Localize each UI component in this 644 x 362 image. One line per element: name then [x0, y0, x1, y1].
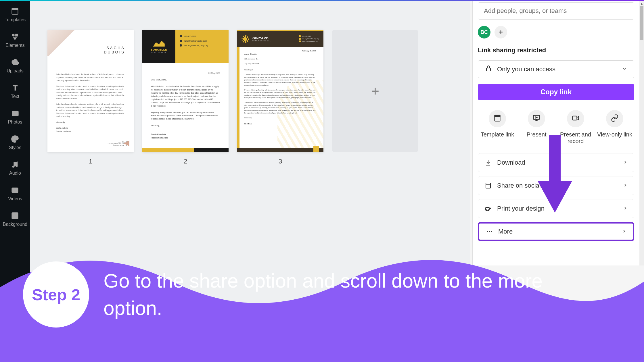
sidebar-label: Videos: [8, 196, 22, 201]
photos-icon: [11, 109, 20, 118]
sidebar-text[interactable]: Text: [11, 84, 20, 99]
access-dropdown[interactable]: Only you can access: [478, 60, 634, 78]
scrollbar-up-icon[interactable]: ▲: [639, 1, 644, 6]
svg-point-23: [487, 231, 488, 232]
chevron-right-icon: [622, 228, 626, 235]
svg-point-2: [12, 34, 15, 36]
sidebar-templates[interactable]: Templates: [5, 7, 26, 22]
share-panel: BC + Link sharing restricted Only you ca…: [472, 1, 639, 265]
sidebar-label: Text: [11, 94, 19, 99]
link-sharing-label: Link sharing restricted: [478, 47, 634, 54]
sidebar-label: Uploads: [7, 68, 24, 74]
row-label: More: [498, 228, 513, 235]
audio-icon: [11, 160, 19, 169]
sidebar-label: Templates: [5, 17, 26, 22]
sidebar-videos[interactable]: Videos: [8, 186, 22, 201]
avatar[interactable]: BC: [478, 26, 490, 38]
step-banner: Step 2 Go to the share option and scroll…: [0, 247, 644, 362]
sidebar-styles[interactable]: Styles: [9, 135, 22, 150]
elements-icon: [11, 32, 19, 41]
svg-rect-16: [495, 115, 500, 117]
sidebar-elements[interactable]: Elements: [5, 32, 25, 48]
templates-icon: [11, 7, 19, 16]
svg-point-7: [13, 138, 14, 139]
step-instruction: Go to the share option and scroll down t…: [103, 267, 592, 322]
videos-icon: [11, 186, 19, 195]
grid-label: Template link: [481, 131, 514, 138]
plus-icon: +: [371, 83, 379, 99]
row-label: Download: [497, 159, 525, 166]
page-number: 1: [89, 158, 92, 165]
more-row[interactable]: More: [478, 222, 634, 241]
tutorial-arrow-icon: [538, 135, 572, 217]
copy-link-button[interactable]: Copy link: [478, 84, 634, 100]
chevron-right-icon: [623, 159, 628, 166]
svg-point-6: [14, 113, 16, 115]
sidebar-label: Styles: [9, 145, 22, 150]
scrollbar-thumb[interactable]: [640, 6, 643, 40]
svg-rect-3: [16, 34, 18, 36]
share-people-input[interactable]: [478, 2, 634, 20]
sidebar-photos[interactable]: Photos: [8, 109, 22, 125]
sidebar-audio[interactable]: Audio: [9, 160, 21, 176]
template-link-icon: [493, 114, 501, 124]
svg-point-8: [15, 137, 16, 138]
text-icon: [11, 84, 20, 92]
present-icon: [532, 114, 540, 124]
svg-rect-14: [486, 68, 490, 71]
add-page-button[interactable]: +: [332, 30, 418, 152]
view-only-link-button[interactable]: View-only link: [595, 110, 634, 145]
access-text: Only you can access: [497, 66, 555, 73]
svg-rect-18: [573, 116, 577, 120]
svg-point-25: [491, 231, 492, 232]
page-number: 2: [184, 158, 187, 165]
styles-icon: [11, 135, 19, 143]
print-icon: [484, 205, 492, 212]
chevron-right-icon: [623, 182, 628, 189]
chevron-down-icon: [622, 66, 627, 73]
plus-icon: +: [499, 28, 503, 36]
row-label: Share on social: [497, 182, 541, 189]
svg-point-10: [13, 166, 14, 167]
page-number: 3: [279, 158, 282, 165]
scrollbar[interactable]: ▲: [639, 1, 644, 265]
template-link-button[interactable]: Template link: [478, 110, 517, 145]
step-badge: Step 2: [23, 261, 89, 328]
chevron-right-icon: [623, 205, 628, 212]
svg-rect-19: [486, 183, 490, 188]
page-thumbnail-2[interactable]: BORCELLEREAL ESTATE 123-456-7890 hello@r…: [142, 30, 229, 152]
sidebar-label: Photos: [8, 120, 22, 125]
uploads-icon: [11, 58, 19, 67]
sidebar-label: Background: [3, 222, 27, 227]
sidebar-label: Audio: [9, 171, 21, 176]
svg-rect-1: [12, 8, 18, 10]
more-icon: [486, 228, 493, 235]
sidebar-background[interactable]: Background: [3, 211, 27, 227]
page-thumbnail-3[interactable]: GINYARDINTERNATIONAL 123-456-7890 123 An…: [237, 30, 323, 152]
grid-label: View-only link: [597, 131, 632, 138]
background-icon: [11, 211, 19, 220]
record-icon: [572, 114, 580, 124]
svg-point-11: [16, 165, 18, 167]
link-icon: [611, 114, 619, 124]
share-social-icon: [484, 182, 492, 189]
add-person-button[interactable]: +: [494, 26, 507, 38]
svg-marker-4: [13, 37, 17, 40]
lock-icon: [485, 65, 492, 74]
svg-point-24: [489, 231, 490, 232]
svg-point-9: [16, 138, 18, 139]
sidebar-label: Elements: [5, 43, 25, 48]
sidebar-uploads[interactable]: Uploads: [7, 58, 24, 74]
page-thumbnail-1[interactable]: SACHADUBOIS Letterhead is the header at …: [47, 30, 134, 152]
download-icon: [484, 159, 492, 166]
